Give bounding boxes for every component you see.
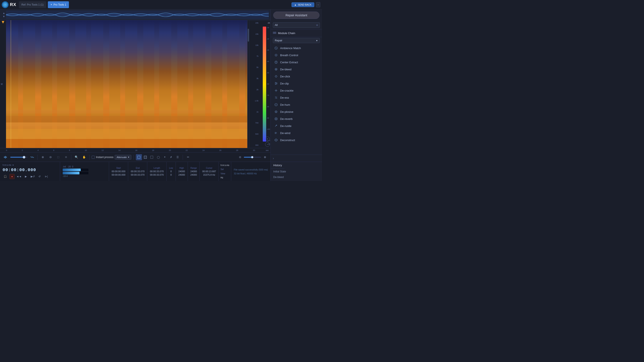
- module-item-breath-control[interactable]: Breath Control: [272, 52, 321, 58]
- zoom-region-button[interactable]: ⬚: [55, 154, 61, 160]
- module-item-de-ess[interactable]: De-ess: [272, 94, 321, 101]
- record-button[interactable]: ●: [10, 174, 14, 179]
- ruler-10: 10: [85, 149, 87, 151]
- center-extract-svg: [274, 60, 278, 64]
- divider-3: [89, 155, 90, 160]
- filter-dropdown[interactable]: All ≡: [273, 22, 320, 28]
- zoom-h-thumb[interactable]: [251, 156, 253, 158]
- meter-inf-label: -Inf.: [63, 166, 66, 168]
- freq-select-tool[interactable]: [142, 154, 148, 160]
- pencil-icon: ✏: [187, 155, 189, 159]
- zoom-in-h-icon: ⊕: [264, 155, 266, 159]
- sel-range-value: 24000: [190, 170, 197, 173]
- overview-collapse-button[interactable]: ▲ ▼: [2, 11, 6, 19]
- play-button[interactable]: ▶: [23, 174, 28, 179]
- headphones-button[interactable]: 🎧: [2, 174, 8, 179]
- magic-wand-tool[interactable]: ✦: [162, 154, 168, 160]
- expand-panel-button[interactable]: ›: [273, 157, 274, 160]
- module-item-de-wind[interactable]: De-wind: [272, 129, 321, 136]
- db-minus30: -30: [266, 49, 270, 51]
- module-item-de-bleed[interactable]: De-bleed: [272, 66, 321, 73]
- loop-play-button[interactable]: ▶↺: [30, 174, 35, 179]
- repair-assistant-label: Repair Assistant: [286, 13, 307, 17]
- tab-close-icon[interactable]: ✕: [50, 3, 52, 6]
- harmonic-select-tool[interactable]: ✗: [168, 154, 174, 160]
- spectrogram-main[interactable]: [6, 20, 249, 148]
- divider-4: [134, 155, 134, 160]
- zoom-in-icon: ⊕: [42, 155, 44, 159]
- time-format-label: h:m:s.ms: [2, 164, 12, 166]
- scrollbar-thumb[interactable]: [248, 29, 249, 42]
- time-format-selector[interactable]: h:m:s.ms ▼: [2, 164, 57, 166]
- ambience-match-svg: [274, 46, 278, 50]
- svg-rect-30: [6, 157, 7, 158]
- volume-slider[interactable]: [10, 157, 28, 158]
- loop-icon: ↺: [38, 175, 40, 178]
- zoom-fit-button[interactable]: ⊙: [63, 154, 69, 160]
- module-item-de-clip[interactable]: De-clip: [272, 80, 321, 87]
- svg-rect-35: [273, 32, 274, 32]
- zoom-in-button[interactable]: ⊕: [40, 154, 46, 160]
- history-item-initial[interactable]: Initial State: [271, 169, 322, 174]
- time-select-tool[interactable]: [149, 154, 155, 160]
- ruler-4: 4: [38, 149, 39, 151]
- module-item-de-reverb[interactable]: De-reverb: [272, 115, 321, 122]
- history-item-debleed[interactable]: De-bleed: [271, 174, 322, 180]
- module-item-deconstruct[interactable]: Deconstruct: [272, 137, 321, 143]
- volume-thumb[interactable]: [23, 156, 25, 158]
- module-item-de-rustle[interactable]: De-rustle: [272, 122, 321, 129]
- de-reverb-svg: [274, 117, 278, 120]
- repair-assistant-button[interactable]: Repair Assistant: [273, 11, 320, 19]
- tab-arrow-button[interactable]: ‹: [316, 2, 320, 7]
- de-wind-svg: [274, 131, 278, 135]
- prev-button[interactable]: ◄◄: [16, 174, 22, 179]
- loop-button[interactable]: ↺: [37, 174, 42, 179]
- history-panel: History Initial State De-bleed: [270, 162, 322, 181]
- ruler-8: 8: [69, 149, 70, 151]
- tab-ref[interactable]: Ref: Pro Tools 1 (1): [19, 1, 46, 8]
- de-crackle-label: De-crackle: [280, 89, 294, 92]
- hand-tool-button[interactable]: ✋: [81, 154, 87, 160]
- repair-category-dropdown[interactable]: Repair ▼: [273, 38, 320, 43]
- row-labels: h:m:s.ms Sel View Hz: [219, 162, 231, 181]
- ruler-2: 2: [22, 149, 23, 151]
- pencil-tool-button[interactable]: ✏: [185, 154, 191, 160]
- module-item-ambience-match[interactable]: Ambience Match: [272, 45, 321, 51]
- audio-waves-button[interactable]: [2, 154, 8, 160]
- lasso-select-tool[interactable]: ◯: [155, 154, 161, 160]
- zoom-out-button[interactable]: ⊖: [48, 154, 54, 160]
- time-freq-select-tool[interactable]: [136, 154, 142, 160]
- vertical-scrollbar[interactable]: [247, 20, 249, 148]
- transport-bar: ⊕ ⊖ ⬚ ⊙ 🔍 ✋ Instant process: [0, 152, 270, 162]
- view-high-value: 24000: [178, 173, 185, 176]
- module-item-de-plosive[interactable]: De-plosive: [272, 108, 321, 115]
- zoom-search-button[interactable]: 🔍: [74, 154, 80, 160]
- de-clip-svg: [274, 82, 278, 85]
- m-label: M: [1, 83, 2, 85]
- svg-rect-55: [275, 82, 276, 84]
- instant-process-checkbox[interactable]: [92, 156, 95, 159]
- spectrogram-svg: [6, 20, 249, 148]
- end-col: End 00:00:33.070 00:00:33.070: [128, 162, 147, 181]
- module-item-center-extract[interactable]: Center Extract: [272, 59, 321, 66]
- de-wind-icon: [274, 131, 278, 135]
- zoom-in-db-button[interactable]: +: [265, 137, 270, 141]
- ruler-14: 14: [118, 149, 120, 151]
- tab-protools[interactable]: ✕ Pro Tools 1: [48, 1, 69, 8]
- waveform-canvas[interactable]: [6, 10, 269, 19]
- send-back-button[interactable]: ▲ SEND BACK: [292, 2, 314, 7]
- process-mode-label: Attenuate: [116, 156, 127, 158]
- process-mode-dropdown[interactable]: Attenuate ▼: [115, 155, 132, 160]
- to-end-button[interactable]: ⊳|: [44, 174, 49, 179]
- module-item-de-hum[interactable]: De-hum: [272, 101, 321, 108]
- pitch-button[interactable]: [29, 154, 35, 160]
- panel-footer: ›: [271, 155, 322, 162]
- ruler-16: 16: [135, 149, 138, 151]
- zoom-in-h-button[interactable]: ⊕: [262, 154, 268, 160]
- stacked-select-tool[interactable]: ☰: [174, 154, 180, 160]
- module-item-de-crackle[interactable]: De-crackle: [272, 87, 321, 94]
- zoom-h-slider[interactable]: [244, 157, 261, 158]
- module-chain-label: Module Chain: [278, 31, 295, 35]
- zoom-out-h-button[interactable]: ⊖: [237, 154, 243, 160]
- module-item-de-click[interactable]: De-click: [272, 73, 321, 80]
